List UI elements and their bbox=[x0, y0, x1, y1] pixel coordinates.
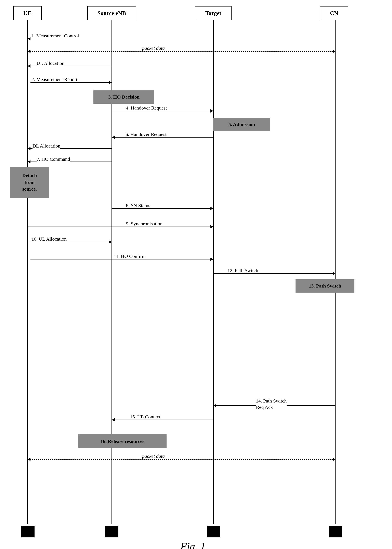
arrowhead-msg4 bbox=[210, 109, 213, 113]
box-admission: 5. Admission bbox=[213, 118, 270, 131]
arrow-msg11 bbox=[30, 259, 213, 260]
arrowhead-msg9 bbox=[210, 225, 213, 228]
arrowhead-ul-alloc bbox=[28, 64, 30, 68]
arrow-msg15 bbox=[112, 420, 214, 420]
arrowhead-pkt2b bbox=[333, 458, 336, 461]
arrow-msg8 bbox=[112, 208, 214, 209]
arrowhead-msg11 bbox=[210, 258, 213, 261]
arrowhead-msg14 bbox=[213, 404, 216, 407]
actor-ue: UE bbox=[13, 6, 42, 20]
lifeline-end-senb bbox=[105, 526, 119, 537]
arrow-msg2 bbox=[30, 82, 112, 83]
label-msg6: 6. Handover Request bbox=[126, 132, 167, 137]
label-msg8: 8. SN Status bbox=[126, 203, 150, 208]
box-release: 16. Release resources bbox=[78, 434, 167, 448]
arrowhead-msg12 bbox=[333, 272, 336, 275]
label-pkt2: packet data bbox=[142, 453, 165, 459]
label-msg9: 9. Synchronisation bbox=[126, 221, 162, 226]
figure-label: Fig. 1 bbox=[142, 541, 244, 549]
arrow-msg12 bbox=[214, 273, 336, 274]
label-msg11: 11. HO Confirm bbox=[114, 253, 146, 259]
lifeline-end-target bbox=[207, 526, 220, 537]
actor-cn: CN bbox=[320, 6, 348, 20]
arrow-msg6 bbox=[112, 137, 214, 138]
label-dl-alloc: DL Allocation bbox=[33, 143, 60, 149]
label-msg15: 15. UE Context bbox=[130, 414, 161, 420]
arrowhead-msg15 bbox=[112, 418, 115, 421]
arrow-pkt2 bbox=[28, 459, 336, 460]
arrowhead-pkt2a bbox=[28, 458, 30, 461]
arrowhead-dl-alloc bbox=[28, 147, 30, 150]
arrowhead-pkt1b bbox=[333, 50, 336, 53]
label-msg10: 10. UL Allocation bbox=[31, 236, 67, 242]
label-ul-alloc: UL Allocation bbox=[36, 61, 64, 66]
label-msg4: 4. Handover Request bbox=[126, 105, 167, 111]
label-msg14: 14. Path Switch Req Ack bbox=[256, 398, 287, 410]
box-detach: Detach from source. bbox=[10, 167, 49, 198]
arrow-pkt1 bbox=[28, 51, 336, 52]
arrowhead-msg1 bbox=[28, 37, 30, 40]
box-ho-decision: 3. HO Decision bbox=[93, 91, 154, 104]
arrowhead-msg10 bbox=[109, 240, 112, 244]
label-msg7: 7. HO Command bbox=[36, 156, 70, 162]
arrow-msg1 bbox=[28, 39, 112, 39]
lifeline-end-cn bbox=[329, 526, 342, 537]
lifeline-target bbox=[213, 20, 214, 524]
diagram: UE Source eNB Target CN 1. Measurement C… bbox=[0, 0, 392, 549]
label-msg1: 1. Measurement Control bbox=[31, 33, 79, 39]
arrowhead-msg8 bbox=[210, 207, 213, 210]
box-path-switch: 13. Path Switch bbox=[295, 279, 354, 293]
actor-target: Target bbox=[195, 6, 231, 20]
actor-senb: Source eNB bbox=[87, 6, 136, 20]
arrowhead-msg2 bbox=[109, 81, 112, 84]
arrowhead-msg6 bbox=[112, 136, 115, 139]
lifeline-ue bbox=[27, 20, 28, 524]
label-msg2: 2. Measurement Report bbox=[31, 77, 77, 82]
label-pkt1: packet data bbox=[142, 46, 165, 51]
arrow-msg9 bbox=[28, 226, 214, 227]
label-msg12: 12. Path Switch bbox=[227, 268, 258, 273]
arrow-msg4 bbox=[112, 111, 214, 111]
arrowhead-pkt1 bbox=[28, 50, 30, 53]
arrowhead-msg7 bbox=[28, 160, 30, 163]
lifeline-end-ue bbox=[21, 526, 35, 537]
arrow-msg10 bbox=[30, 242, 112, 242]
